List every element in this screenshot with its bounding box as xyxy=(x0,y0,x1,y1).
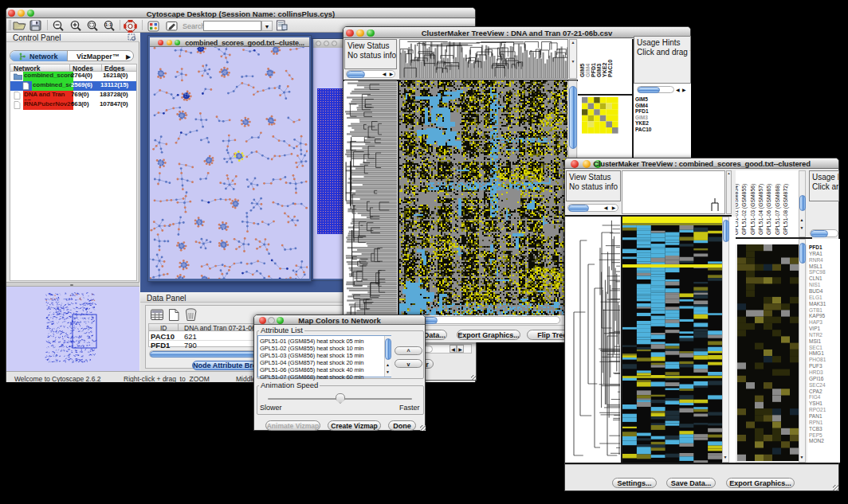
svg-text:1:1: 1:1 xyxy=(105,22,112,27)
